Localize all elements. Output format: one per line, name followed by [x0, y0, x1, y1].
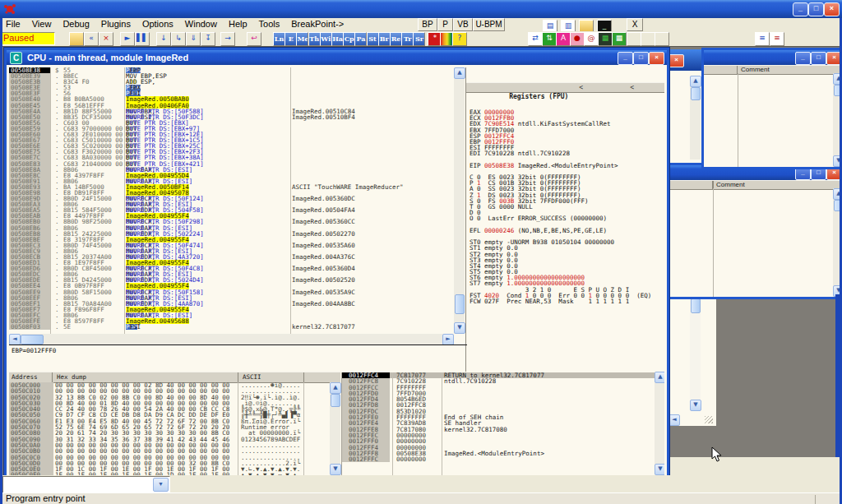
cpu-close-button[interactable]: × [649, 52, 664, 65]
cpu-minimize-button[interactable]: _ [618, 52, 633, 65]
window-shortcut-e[interactable]: E [285, 32, 297, 46]
register-line[interactable]: T 0 GS 0000 NULL [466, 204, 664, 210]
disassembly-pane[interactable]: 00508E38$55PUSH EBP00508E39.8BECMOV EBP,… [9, 67, 457, 334]
minimize-button[interactable]: _ [793, 2, 808, 16]
patch-list-button[interactable]: ≡ [770, 32, 784, 46]
console-button[interactable]: _ [597, 20, 612, 32]
background-window-close-button[interactable]: × [669, 54, 684, 67]
background-window-scrollbar[interactable]: ▲ [690, 76, 701, 160]
stack-row[interactable]: 0012FFC87C910228ntdll.7C910228 [342, 378, 655, 384]
stack-row[interactable]: 0012FFF800508E38ImageRed.<ModuleEntryPoi… [342, 451, 655, 456]
window-shortcut-ln[interactable]: Ln [273, 32, 285, 46]
plugin-button-vb[interactable]: VB [453, 18, 473, 31]
run-button[interactable]: ► [120, 32, 135, 46]
side1-maximize-button[interactable]: □ [811, 52, 826, 65]
log-list-button[interactable]: ≡ [755, 32, 770, 46]
stack-row[interactable]: 0012FFC47C817077RETURN to kernel32.7C817… [342, 372, 655, 378]
side1-minimize-button[interactable]: _ [795, 52, 811, 65]
register-line[interactable]: EFL 00000246 (NO,NB,E,BE,NS,PE,GE,LE) [466, 228, 664, 234]
stack-row[interactable]: 0012FFEC00000000 [342, 432, 655, 438]
window-shortcut-st[interactable]: St [367, 32, 379, 46]
open-file-button[interactable] [69, 32, 84, 46]
register-line[interactable]: FCW 027F Prec NEAR,53 Mask 1 1 1 1 1 1 [466, 298, 664, 304]
stack-row[interactable]: 0012FFF000000000 [342, 438, 655, 444]
swap-arrows-button[interactable]: ⇄ [528, 32, 543, 46]
stack-row[interactable]: 0012FFFC00000000 [342, 456, 655, 462]
menu-help[interactable]: Help [223, 18, 253, 30]
menu-window[interactable]: Window [179, 18, 223, 30]
main-titlebar[interactable]: _ □ × [0, 0, 842, 18]
register-line[interactable]: EIP 00508E38 ImageRed.<ModuleEntryPoint> [466, 163, 664, 169]
close-button[interactable]: × [824, 2, 840, 16]
go-to-button[interactable]: ↩ [247, 32, 261, 46]
dump-header[interactable]: Address Hex dump ASCII [9, 372, 340, 383]
stack-row[interactable]: 0012FFD80012FFC8 [342, 402, 655, 408]
plugin-close-button[interactable]: X [627, 18, 643, 31]
stack-row[interactable]: 0012FFD07FFD7000 [342, 391, 655, 396]
info-pane[interactable]: EBP=0012FFF0 [9, 344, 467, 374]
side1-comment-header[interactable]: Comment [741, 66, 770, 73]
empty-button[interactable] [655, 32, 669, 46]
register-line[interactable]: EDI 7C910228 ntdll.7C910228 [466, 150, 664, 156]
plugin-button-u-bpm[interactable]: U-BPM [473, 18, 505, 31]
menu-debug[interactable]: Debug [57, 18, 95, 30]
letter-a-button[interactable]: A [556, 32, 571, 46]
execute-till-return-button[interactable]: → [220, 32, 235, 46]
window-shortcut-tr[interactable]: Tr [401, 32, 414, 46]
window-shortcut-br[interactable]: Br [378, 32, 391, 46]
menu-breakpoint[interactable]: BreakPoint-> [285, 18, 349, 30]
animate-over-button[interactable]: ↧ [201, 32, 215, 46]
stack-row[interactable]: 0012FFD48054B6ED [342, 396, 655, 402]
side1-column-header[interactable]: Comment [704, 65, 842, 75]
window-shortcut-th[interactable]: Th [308, 32, 321, 46]
keyboard-button[interactable]: ▦ [598, 32, 613, 46]
disassembly-vscrollbar[interactable]: ▲ ▼ [454, 67, 465, 334]
registers-collapse-icon-1[interactable]: < [579, 83, 583, 92]
stack-pane[interactable]: 0012FFC47C817077RETURN to kernel32.7C817… [341, 372, 655, 475]
menu-file[interactable]: File [0, 18, 26, 30]
registers-collapse-icon-2[interactable]: < [630, 83, 634, 92]
pause-button[interactable]: ▌▌ [135, 32, 150, 46]
document-button[interactable]: ▥ [561, 20, 576, 32]
grid-window-button[interactable]: ▦ [612, 32, 627, 46]
plugin-button-bp[interactable]: BP [418, 18, 437, 31]
restart-button[interactable]: « [84, 32, 99, 46]
disasm-row[interactable]: 00508E3E.53PUSH EBX [9, 85, 457, 90]
menu-tools[interactable]: Tools [253, 18, 286, 30]
fragment-scrollbar[interactable]: ▼ [690, 298, 701, 411]
folder-small-button[interactable] [579, 20, 594, 32]
disasm-row[interactable]: 00508E3B.83C4 F0ADD ESP,-10 [9, 79, 457, 85]
stack-row[interactable]: 0012FFCCFFFFFFFF [342, 385, 655, 391]
disassembly-hscrollbar[interactable]: ◄ ► [9, 334, 454, 344]
combo-dropdown-button[interactable]: ▼ [153, 478, 169, 492]
stack-row[interactable]: 0012FFE0FFFFFFFFEnd of SEH chain [342, 414, 655, 420]
empty-button[interactable] [627, 32, 641, 46]
menu-options[interactable]: Options [136, 18, 179, 30]
window-shortcut-cp[interactable]: Cp [343, 32, 355, 46]
window-shortcut-wi[interactable]: Wi [320, 32, 332, 46]
registers-pane[interactable]: Registers (FPU) < < EAX 00000000ECX 0012… [465, 67, 664, 372]
window-shortcut-ha[interactable]: Ha [331, 32, 344, 46]
window-shortcut-re[interactable]: Re [390, 32, 402, 46]
disasm-row[interactable]: 00508EFE.E8 8597F8FFCALL ImageRed.004956… [9, 318, 457, 324]
spiral-button[interactable]: @ [584, 32, 599, 46]
restore-button[interactable]: □ [808, 2, 824, 16]
animate-into-button[interactable]: ⇓ [186, 32, 201, 46]
side2-comment-header[interactable]: Comment [716, 181, 745, 188]
command-combobox[interactable]: ▼ [2, 476, 170, 493]
command-input[interactable] [4, 478, 155, 492]
close-program-button[interactable]: × [99, 32, 113, 46]
cpu-restore-button[interactable]: □ [633, 52, 649, 65]
side2-column-header[interactable]: Comment [660, 180, 842, 190]
help-button[interactable]: ? [452, 32, 467, 46]
notepad-button[interactable]: ▤ [543, 20, 557, 32]
empty-button[interactable] [641, 32, 655, 46]
register-line[interactable]: O 0 LastErr ERROR_SUCCESS (00000000) [466, 215, 664, 221]
updown-arrows-button[interactable]: ⇅ [542, 32, 557, 46]
disasm-row[interactable]: 00508F03.5EPOP ESIkernel32.7C817077 [9, 324, 457, 330]
dump-pane[interactable]: 0050C00000 00 00 00 00 00 00 00 02 8D 40… [9, 382, 330, 475]
menu-plugins[interactable]: Plugins [95, 18, 136, 30]
window-shortcut-pa[interactable]: Pa [354, 32, 367, 46]
resize-grip[interactable] [705, 416, 713, 423]
plugin-button-p[interactable]: P [437, 18, 453, 31]
